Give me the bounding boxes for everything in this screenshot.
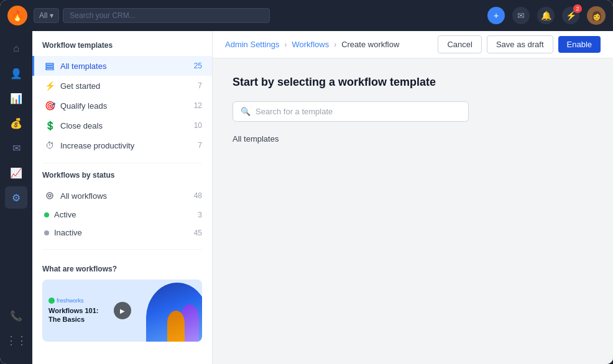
workflow-templates-title: Workflow templates [32,41,212,56]
status-item-inactive[interactable]: Inactive 45 [32,224,212,242]
target-icon: 🎯 [44,100,55,111]
svg-rect-1 [46,66,53,68]
svg-point-3 [47,193,53,199]
email-nav-icon[interactable]: ✉ [512,7,530,24]
top-nav: 🔥 All ▾ + ✉ 🔔 ⚡ 2 👩 [0,0,613,31]
search-scope-selector[interactable]: All ▾ [34,8,59,23]
breadcrumb-workflows[interactable]: Workflows [292,40,329,49]
inactive-label: Inactive [54,228,189,237]
nav-right: + ✉ 🔔 ⚡ 2 👩 [487,6,606,25]
section-divider-1 [42,163,202,163]
status-item-all-workflows[interactable]: All workflows 48 [32,186,212,206]
active-label: Active [54,210,193,219]
notification-badge: 2 [573,4,582,13]
workflows-by-status-title: Workflows by status [32,171,212,186]
content-area: Start by selecting a workflow template 🔍… [213,58,613,364]
sidebar-inbox-icon[interactable]: ✉ [5,137,27,159]
search-area: All ▾ [34,8,270,23]
main-layout: ⌂ 👤 📊 💰 ✉ 📈 ⚙ 📞 ⋮⋮ Workflow templates [0,31,613,364]
video-thumbnail[interactable]: freshworks Workflows 101: The Basics ▶ [42,280,202,342]
sidebar-deals-icon[interactable]: 💰 [5,112,27,134]
inactive-status-dot [44,230,49,235]
svg-rect-2 [46,68,53,70]
all-workflows-count: 48 [194,191,202,200]
breadcrumb-sep-2: › [334,40,336,49]
close-deals-label: Close deals [60,121,189,130]
all-templates-section-label: All templates [233,134,593,143]
left-panel: Workflow templates All templates 25 ⚡ Ge… [32,31,213,364]
sidebar-phone-icon[interactable]: 📞 [5,304,27,327]
sidebar-grid-icon[interactable]: ⋮⋮ [5,329,27,352]
template-item-all[interactable]: All templates 25 [32,56,212,76]
enable-button[interactable]: Enable [558,36,601,53]
all-templates-label: All templates [60,61,189,71]
template-item-qualify-leads[interactable]: 🎯 Qualify leads 12 [32,96,212,116]
template-item-get-started[interactable]: ⚡ Get started 7 [32,76,212,96]
active-count: 3 [198,211,202,219]
bell-nav-icon[interactable]: 🔔 [537,7,555,24]
active-status-dot [44,212,49,217]
right-section: Admin Settings › Workflows › Create work… [213,31,613,364]
brand-dot [48,298,55,304]
layers-icon [44,60,55,71]
sidebar-chart-icon[interactable]: 📈 [5,162,27,184]
qualify-leads-label: Qualify leads [60,101,189,111]
breadcrumb-sep-1: › [284,40,287,49]
cancel-button[interactable]: Cancel [438,35,481,53]
breadcrumb-create-workflow: Create workflow [341,40,399,49]
all-workflows-label: All workflows [60,191,189,201]
what-are-workflows-title: What are workflows? [42,265,202,273]
user-avatar[interactable]: 👩 [587,6,606,25]
template-search-icon: 🔍 [241,107,251,116]
breadcrumb-admin-settings[interactable]: Admin Settings [225,40,279,49]
dollar-icon: 💲 [44,120,55,131]
save-as-draft-button[interactable]: Save as draft [487,35,553,53]
sidebar-icons: ⌂ 👤 📊 💰 ✉ 📈 ⚙ 📞 ⋮⋮ [0,31,32,364]
svg-rect-0 [46,63,53,65]
get-started-count: 7 [198,81,202,90]
content-header: Admin Settings › Workflows › Create work… [213,31,613,58]
inactive-count: 45 [194,229,202,237]
template-item-increase-productivity[interactable]: ⏱ Increase productivity 7 [32,135,212,155]
get-started-label: Get started [60,81,193,91]
what-are-workflows-section: What are workflows? freshworks Workflows… [32,257,212,349]
template-search-input[interactable] [256,107,461,116]
template-item-close-deals[interactable]: 💲 Close deals 10 [32,116,212,135]
all-workflows-icon [44,190,55,201]
notification-nav-icon[interactable]: ⚡ 2 [562,7,579,24]
sidebar-reports-icon[interactable]: 📊 [5,87,27,109]
search-input-wrapper [63,8,270,23]
all-templates-count: 25 [194,61,202,70]
clock-icon: ⏱ [44,140,55,151]
svg-point-4 [48,194,51,197]
sidebar-contacts-icon[interactable]: 👤 [5,62,27,84]
increase-productivity-count: 7 [198,141,202,150]
sidebar-home-icon[interactable]: ⌂ [5,37,27,60]
increase-productivity-label: Increase productivity [60,141,193,150]
play-button[interactable]: ▶ [114,302,131,319]
status-item-active[interactable]: Active 3 [32,206,212,224]
section-divider-2 [42,249,202,250]
header-actions: Cancel Save as draft Enable [438,35,601,53]
add-button[interactable]: + [487,7,505,24]
logo[interactable]: 🔥 [7,6,27,25]
qualify-leads-count: 12 [194,101,202,110]
template-search-bar: 🔍 [233,101,469,122]
sidebar-settings-icon[interactable]: ⚙ [5,186,27,209]
close-deals-count: 10 [194,121,202,130]
bolt-icon: ⚡ [44,80,55,91]
search-input[interactable] [70,11,263,20]
content-area-title: Start by selecting a workflow template [233,76,593,89]
